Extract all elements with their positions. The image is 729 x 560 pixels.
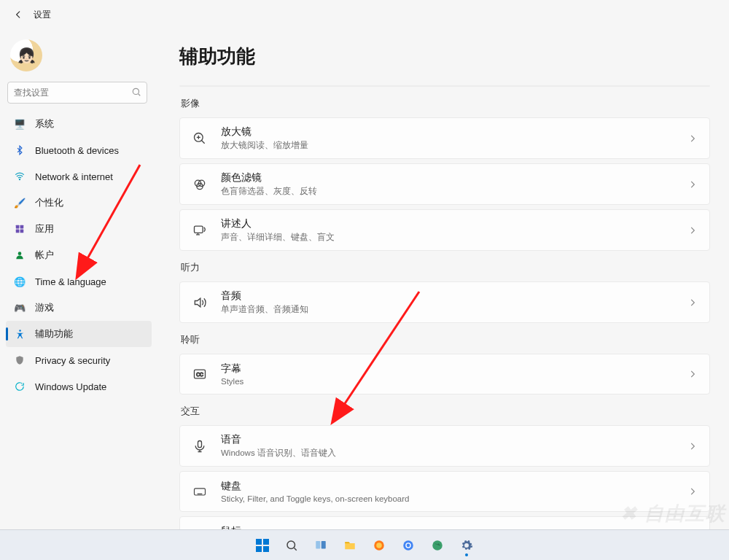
section-vision-label: 影像	[181, 97, 710, 110]
taskbar-browser-firefox[interactable]	[367, 533, 391, 558]
update-icon	[13, 380, 26, 393]
sidebar-item-label: 帐户	[35, 249, 54, 262]
sidebar-item-label: Network & internet	[35, 171, 113, 182]
card-title: 颜色滤镜	[221, 171, 687, 184]
card-narrator[interactable]: 讲述人 声音、详细详细、键盘、盲文	[179, 209, 710, 251]
window-header: 设置	[0, 0, 729, 29]
card-magnifier[interactable]: 放大镜 放大镜阅读、缩放增量	[179, 117, 710, 159]
sidebar-item-accessibility[interactable]: 辅助功能	[6, 321, 152, 347]
card-sub: Sticky, Filter, and Toggle keys, on-scre…	[221, 494, 687, 503]
card-title: 字幕	[221, 362, 687, 376]
taskbar-settings[interactable]	[454, 533, 479, 558]
sidebar-item-label: 系统	[35, 117, 54, 131]
settings-window: 设置 👧🏻 🖥️ 系统	[0, 0, 729, 560]
card-captions[interactable]: CC 字幕 Styles	[179, 354, 710, 394]
svg-point-1	[19, 179, 20, 180]
sidebar-item-gaming[interactable]: 🎮 游戏	[6, 295, 152, 321]
card-text: 音频 单声道音频、音频通知	[221, 289, 687, 315]
card-text: 讲述人 声音、详细详细、键盘、盲文	[221, 217, 687, 243]
taskbar-taskview[interactable]	[308, 533, 333, 558]
card-sub: 声音、详细详细、键盘、盲文	[221, 232, 687, 243]
sidebar: 👧🏻 🖥️ 系统 Bluetooth & devices	[0, 29, 155, 529]
search-box[interactable]	[7, 82, 147, 104]
sidebar-item-label: 应用	[35, 222, 54, 236]
sidebar-item-label: Privacy & security	[35, 355, 110, 366]
wifi-icon	[13, 170, 26, 183]
card-title: 语音	[221, 433, 687, 446]
card-sub: Windows 语音识别、语音键入	[221, 448, 687, 459]
section-hearing-label: 听力	[181, 261, 710, 274]
search-input[interactable]	[7, 82, 147, 104]
mic-icon	[192, 438, 208, 454]
sidebar-item-bluetooth[interactable]: Bluetooth & devices	[6, 137, 152, 163]
chevron-right-icon	[687, 133, 698, 144]
chevron-right-icon	[687, 225, 698, 236]
svg-text:CC: CC	[196, 372, 203, 377]
system-icon: 🖥️	[13, 117, 26, 131]
card-title: 讲述人	[221, 217, 687, 230]
brush-icon: 🖌️	[13, 196, 26, 209]
sidebar-item-network[interactable]: Network & internet	[6, 163, 152, 190]
gaming-icon: 🎮	[13, 301, 26, 314]
globe-icon: 🌐	[13, 275, 26, 288]
sidebar-item-label: 个性化	[35, 196, 63, 209]
svg-rect-23	[321, 541, 326, 549]
apps-icon	[13, 222, 26, 236]
section-interact-label: 交互	[181, 405, 710, 418]
svg-rect-3	[20, 225, 24, 229]
bluetooth-icon	[13, 144, 26, 157]
svg-rect-2	[16, 225, 20, 229]
svg-point-25	[376, 542, 382, 548]
taskbar	[0, 529, 729, 560]
section-captions-label: 聆听	[181, 333, 710, 346]
sidebar-item-time-language[interactable]: 🌐 Time & language	[6, 268, 152, 295]
taskbar-start[interactable]	[250, 533, 275, 558]
taskbar-search[interactable]	[279, 533, 304, 558]
cc-icon: CC	[192, 366, 208, 382]
back-button[interactable]	[9, 5, 28, 24]
sidebar-item-personalization[interactable]: 🖌️ 个性化	[6, 190, 152, 216]
card-sub: 放大镜阅读、缩放增量	[221, 140, 687, 151]
shield-icon	[13, 354, 26, 367]
svg-rect-15	[198, 440, 202, 447]
sidebar-item-apps[interactable]: 应用	[6, 216, 152, 242]
sidebar-item-label: 游戏	[35, 301, 54, 314]
card-audio[interactable]: 音频 单声道音频、音频通知	[179, 281, 710, 323]
chevron-right-icon	[687, 369, 698, 379]
svg-point-28	[407, 543, 410, 547]
svg-rect-4	[16, 230, 20, 233]
chevron-right-icon	[687, 298, 698, 308]
magnifier-icon	[192, 131, 208, 147]
card-sub: Styles	[221, 377, 687, 386]
sidebar-item-windows-update[interactable]: Windows Update	[6, 373, 152, 400]
svg-point-21	[287, 541, 295, 549]
audio-icon	[192, 295, 208, 311]
card-color-filters[interactable]: 颜色滤镜 色盲筛选器、灰度、反转	[179, 163, 710, 205]
accessibility-icon	[13, 327, 26, 341]
taskbar-explorer[interactable]	[338, 533, 362, 558]
color-filter-icon	[192, 176, 208, 192]
sidebar-item-system[interactable]: 🖥️ 系统	[6, 111, 152, 137]
card-text: 放大镜 放大镜阅读、缩放增量	[221, 125, 687, 151]
card-sub: 色盲筛选器、灰度、反转	[221, 186, 687, 197]
taskbar-browser-chrome[interactable]	[396, 533, 421, 558]
person-icon	[13, 249, 26, 262]
sidebar-item-privacy[interactable]: Privacy & security	[6, 347, 152, 373]
card-title: 音频	[221, 289, 687, 303]
narrator-icon	[192, 222, 208, 238]
svg-point-29	[432, 540, 443, 551]
card-mouse[interactable]: 鼠标 Mouse keys, speed, acceleration	[179, 516, 710, 529]
card-title: 键盘	[221, 480, 687, 493]
sidebar-item-accounts[interactable]: 帐户	[6, 242, 152, 268]
taskbar-app-globe[interactable]	[425, 533, 450, 558]
chevron-right-icon	[687, 486, 698, 497]
card-keyboard[interactable]: 键盘 Sticky, Filter, and Toggle keys, on-s…	[179, 471, 710, 512]
sidebar-item-label: Bluetooth & devices	[35, 145, 119, 156]
svg-rect-22	[316, 541, 320, 549]
card-speech[interactable]: 语音 Windows 语音识别、语音键入	[179, 425, 710, 467]
user-avatar[interactable]: 👧🏻	[10, 39, 42, 71]
nav-list: 🖥️ 系统 Bluetooth & devices Network & inte…	[6, 111, 152, 400]
divider	[179, 85, 710, 87]
svg-rect-5	[20, 230, 24, 233]
card-text: 颜色滤镜 色盲筛选器、灰度、反转	[221, 171, 687, 197]
